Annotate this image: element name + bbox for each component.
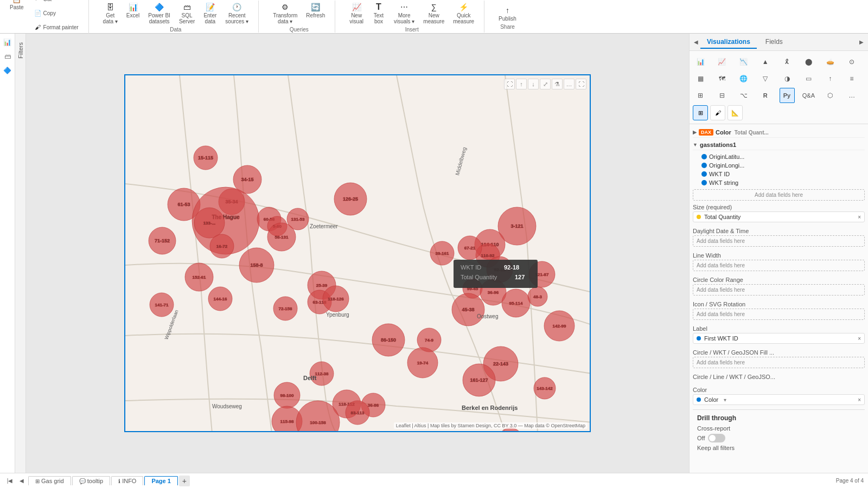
viz-kpi[interactable]: ↑	[822, 71, 838, 86]
tab-visualizations[interactable]: Visualizations	[700, 36, 757, 49]
tab-page1[interactable]: Page 1	[144, 476, 177, 485]
viz-funnel[interactable]: ▽	[758, 71, 773, 86]
new-measure-button[interactable]: ∑Newmeasure	[420, 1, 448, 25]
label-remove-btn[interactable]: ×	[858, 336, 861, 342]
viz-table[interactable]: ⊞	[693, 88, 708, 103]
get-data-button[interactable]: 🗄Getdata ▾	[100, 1, 121, 25]
color-dropdown-arrow[interactable]: ▾	[724, 397, 726, 403]
cross-report-switch[interactable]	[708, 434, 725, 442]
color-remove-btn[interactable]: ×	[858, 397, 861, 403]
size-remove-btn[interactable]: ×	[858, 214, 861, 220]
tab-tooltip[interactable]: 💬 tooltip	[72, 476, 110, 485]
collapse-panel-btn[interactable]: ◀	[694, 39, 698, 45]
tooltip-icon: 💬	[79, 478, 86, 484]
drill-up-btn[interactable]: ↑	[516, 79, 527, 89]
expand-panel-btn[interactable]: ▶	[859, 39, 864, 45]
viz-bar-chart[interactable]: 📊	[693, 54, 708, 69]
viz-filled-map[interactable]: 🌐	[736, 71, 751, 86]
build-visual-btn[interactable]: ⊞	[693, 105, 708, 120]
format-painter-button[interactable]: 🖌Format painter	[29, 21, 82, 34]
cut-button[interactable]: ✂Cut	[29, 0, 82, 5]
viz-matrix[interactable]: ⊟	[714, 88, 730, 103]
viz-custom1[interactable]: ⬡	[822, 88, 838, 103]
map-visual[interactable]: ⛶ ↑ ↓ ⤢ ⚗ … ⛶	[124, 74, 591, 432]
excel-button[interactable]: 📊Excel	[123, 1, 143, 25]
daylight-section: Daylight Date & Time Add data fields her…	[693, 227, 865, 247]
label-value-field[interactable]: First WKT ID ×	[693, 333, 865, 344]
viz-more[interactable]: …	[844, 88, 859, 103]
new-visual-button[interactable]: 📈Newvisual	[346, 1, 367, 25]
viz-map[interactable]: 🗺	[714, 71, 730, 86]
publish-button[interactable]: ↑Publish	[495, 4, 520, 23]
quick-measure-icon: ⚡	[458, 2, 469, 12]
powerbi-datasets-button[interactable]: 🔷Power BIdatasets	[145, 1, 174, 25]
tab-gas-grid[interactable]: ⊞ Gas grid	[28, 476, 71, 485]
wkt-id-dot	[701, 171, 707, 177]
size-dot	[697, 215, 701, 219]
line-width-add-field[interactable]: Add data fields here	[693, 260, 865, 271]
circle-color-section: Circle Color Range Add data fields here	[693, 275, 865, 296]
dax-section-header[interactable]: ▶ DAX Color Total Quant...	[693, 127, 865, 138]
tab-info[interactable]: ℹ INFO	[111, 476, 143, 485]
viz-pie[interactable]: 🥧	[822, 54, 838, 69]
circle-wkt-fill-section: Circle / WKT / GeoJSON Fill ... Add data…	[693, 348, 865, 368]
prev-page-btn[interactable]: ◀	[16, 476, 27, 486]
viz-treemap[interactable]: ▦	[693, 71, 708, 86]
viz-card[interactable]: ▭	[801, 71, 816, 86]
size-value-field[interactable]: Total Quantity ×	[693, 211, 865, 222]
viz-slicer[interactable]: ≡	[844, 71, 859, 86]
daylight-add-field[interactable]: Add data fields here	[693, 235, 865, 247]
report-view-icon[interactable]: 📊	[1, 36, 14, 49]
viz-gauge[interactable]: ◑	[780, 71, 795, 86]
viz-r-script[interactable]: R	[758, 88, 773, 103]
enter-data-button[interactable]: 📝Enterdata	[200, 1, 220, 25]
more-options-btn[interactable]: …	[564, 79, 575, 89]
viz-line-chart[interactable]: 📉	[736, 54, 751, 69]
wkt-string-field[interactable]: WKT string	[701, 178, 865, 187]
viz-stacked-bar[interactable]: 📈	[714, 54, 730, 69]
data-view-icon[interactable]: 🗃	[1, 50, 14, 63]
transform-data-button[interactable]: ⚙Transformdata ▾	[270, 1, 301, 25]
text-box-button[interactable]: TTextbox	[369, 1, 388, 25]
viz-waterfall[interactable]: ⌥	[736, 88, 751, 103]
sql-server-button[interactable]: 🗃SQLServer	[176, 1, 198, 25]
analytics-btn[interactable]: 📐	[727, 105, 743, 120]
svg-text:Oostweg: Oostweg	[477, 313, 498, 319]
add-page-btn[interactable]: +	[179, 476, 190, 486]
filter-visual-btn[interactable]: ⚗	[552, 79, 563, 89]
copy-button[interactable]: 📄Copy	[29, 7, 82, 20]
refresh-button[interactable]: 🔄Refresh	[303, 1, 328, 25]
recent-sources-button[interactable]: 🕐Recentsources ▾	[222, 1, 252, 25]
circle-wkt-fill-add[interactable]: Add data fields here	[693, 357, 865, 368]
origin-lat-field[interactable]: OriginLatitu...	[701, 152, 865, 161]
circle-color-add-field[interactable]: Add data fields here	[693, 284, 865, 296]
icon-svg-add-field[interactable]: Add data fields here	[693, 309, 865, 320]
color-value-text: Color	[704, 396, 718, 403]
format-visual-btn[interactable]: 🖌	[710, 105, 725, 120]
viz-donut[interactable]: ⊙	[844, 54, 859, 69]
more-visuals-button[interactable]: ⋯Morevisuals ▾	[391, 1, 418, 25]
color-field-value[interactable]: Color ▾ ×	[693, 394, 865, 405]
wkt-id-field[interactable]: WKT ID	[701, 170, 865, 178]
focus-mode-btn[interactable]: ⛶	[504, 79, 515, 89]
add-data-fields-top[interactable]: Add data fields here	[693, 189, 865, 201]
wkt-id-label: WKT ID	[709, 171, 730, 177]
paste-button[interactable]: 📋Paste	[7, 0, 27, 34]
expand-btn[interactable]: ⤢	[540, 79, 551, 89]
tab-fields[interactable]: Fields	[759, 36, 789, 49]
model-view-icon[interactable]: 🔷	[1, 64, 14, 77]
viz-scatter[interactable]: ⬤	[801, 54, 816, 69]
viz-qna[interactable]: Q&A	[801, 88, 816, 103]
maximize-btn[interactable]: ⛶	[576, 79, 586, 89]
origin-long-field[interactable]: OriginLongi...	[701, 161, 865, 170]
first-page-btn[interactable]: |◀	[4, 476, 15, 486]
map-svg: 15-115 34-15 61-53 35-34 126-25 The Hagu…	[125, 75, 591, 432]
gasstations-section[interactable]: ▼ gasstations1	[693, 140, 865, 150]
drill-down-btn[interactable]: ↓	[528, 79, 539, 89]
svg-text:22-143: 22-143	[493, 361, 508, 367]
off-toggle[interactable]: Off	[697, 434, 725, 442]
quick-measure-button[interactable]: ⚡Quickmeasure	[450, 1, 477, 25]
viz-ribbon[interactable]: 🎗	[780, 54, 795, 69]
viz-area-chart[interactable]: ▲	[758, 54, 773, 69]
viz-python[interactable]: Py	[780, 88, 795, 103]
